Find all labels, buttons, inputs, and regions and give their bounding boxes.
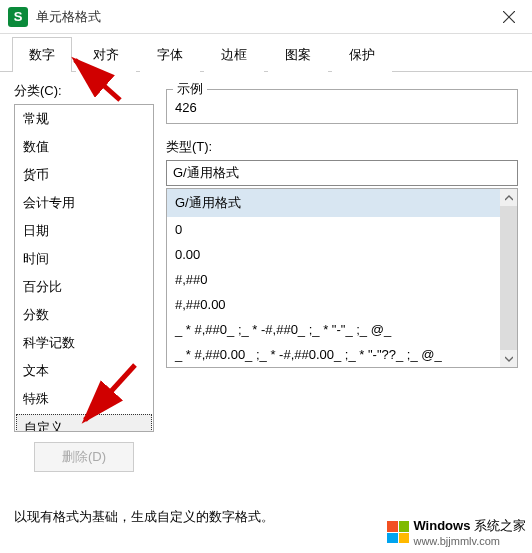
- category-item-number[interactable]: 数值: [15, 133, 153, 161]
- category-item-currency[interactable]: 货币: [15, 161, 153, 189]
- type-list-item[interactable]: #,##0.00: [167, 292, 500, 317]
- tab-pattern[interactable]: 图案: [268, 37, 328, 72]
- scroll-down-button[interactable]: [500, 350, 517, 367]
- watermark: Windows 系统之家 www.bjjmmlv.com: [387, 517, 526, 547]
- close-button[interactable]: [486, 0, 532, 34]
- helper-text: 以现有格式为基础，生成自定义的数字格式。: [14, 508, 274, 526]
- delete-button: 删除(D): [34, 442, 134, 472]
- tab-strip: 数字 对齐 字体 边框 图案 保护: [0, 34, 532, 72]
- category-item-fraction[interactable]: 分数: [15, 301, 153, 329]
- watermark-main: Windows 系统之家: [413, 518, 526, 533]
- category-item-percent[interactable]: 百分比: [15, 273, 153, 301]
- type-list-item[interactable]: G/通用格式: [167, 189, 500, 217]
- chevron-up-icon: [505, 195, 513, 201]
- type-list-item[interactable]: _ * #,##0_ ;_ * -#,##0_ ;_ * "-"_ ;_ @_: [167, 317, 500, 342]
- type-list-item[interactable]: _ * #,##0.00_ ;_ * -#,##0.00_ ;_ * "-"??…: [167, 342, 500, 367]
- type-list-item[interactable]: 0.00: [167, 242, 500, 267]
- example-label: 示例: [173, 80, 207, 98]
- category-item-time[interactable]: 时间: [15, 245, 153, 273]
- type-input[interactable]: [166, 160, 518, 186]
- category-item-general[interactable]: 常规: [15, 105, 153, 133]
- title-bar: S 单元格格式: [0, 0, 532, 34]
- example-value: 426: [175, 94, 509, 115]
- windows-icon: [387, 521, 409, 543]
- tab-protect[interactable]: 保护: [332, 37, 392, 72]
- category-item-date[interactable]: 日期: [15, 217, 153, 245]
- category-item-custom[interactable]: 自定义: [16, 414, 152, 432]
- scroll-track[interactable]: [500, 206, 517, 350]
- chevron-down-icon: [505, 356, 513, 362]
- type-list-scrollbar[interactable]: [500, 189, 517, 367]
- scroll-up-button[interactable]: [500, 189, 517, 206]
- app-icon: S: [8, 7, 28, 27]
- type-list[interactable]: G/通用格式 0 0.00 #,##0 #,##0.00 _ * #,##0_ …: [166, 188, 518, 368]
- right-column: 示例 426 类型(T): G/通用格式 0 0.00 #,##0 #,##0.…: [166, 82, 518, 472]
- tab-number[interactable]: 数字: [12, 37, 72, 72]
- category-item-text[interactable]: 文本: [15, 357, 153, 385]
- type-list-item[interactable]: #,##0: [167, 267, 500, 292]
- category-label: 分类(C):: [14, 82, 154, 100]
- content-area: 分类(C): 常规 数值 货币 会计专用 日期 时间 百分比 分数 科学记数 文…: [0, 72, 532, 482]
- tab-font[interactable]: 字体: [140, 37, 200, 72]
- category-item-accounting[interactable]: 会计专用: [15, 189, 153, 217]
- tab-border[interactable]: 边框: [204, 37, 264, 72]
- category-list[interactable]: 常规 数值 货币 会计专用 日期 时间 百分比 分数 科学记数 文本 特殊 自定…: [14, 104, 154, 432]
- type-list-item[interactable]: 0: [167, 217, 500, 242]
- left-column: 分类(C): 常规 数值 货币 会计专用 日期 时间 百分比 分数 科学记数 文…: [14, 82, 154, 472]
- window-title: 单元格格式: [36, 8, 101, 26]
- example-group: 示例 426: [166, 89, 518, 124]
- category-item-scientific[interactable]: 科学记数: [15, 329, 153, 357]
- tab-align[interactable]: 对齐: [76, 37, 136, 72]
- type-label: 类型(T):: [166, 138, 518, 156]
- close-icon: [503, 11, 515, 23]
- watermark-url: www.bjjmmlv.com: [413, 535, 526, 547]
- category-item-special[interactable]: 特殊: [15, 385, 153, 413]
